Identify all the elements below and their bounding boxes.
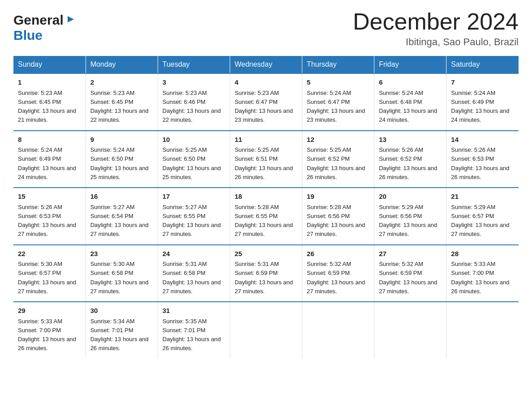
day-info: Sunrise: 5:24 AMSunset: 6:49 PMDaylight:… (451, 90, 509, 124)
day-number: 18 (235, 192, 297, 202)
day-number: 17 (163, 192, 225, 202)
day-info: Sunrise: 5:23 AMSunset: 6:45 PMDaylight:… (90, 90, 149, 124)
day-number: 29 (18, 306, 81, 316)
calendar-week-row: 15 Sunrise: 5:26 AMSunset: 6:53 PMDaylig… (13, 188, 519, 245)
calendar-cell: 29 Sunrise: 5:33 AMSunset: 7:00 PMDaylig… (13, 302, 86, 359)
calendar-cell: 5 Sunrise: 5:24 AMSunset: 6:47 PMDayligh… (302, 73, 374, 131)
col-header-tuesday: Tuesday (158, 56, 230, 73)
calendar-cell: 17 Sunrise: 5:27 AMSunset: 6:55 PMDaylig… (158, 188, 230, 245)
calendar-cell: 26 Sunrise: 5:32 AMSunset: 6:59 PMDaylig… (302, 245, 374, 302)
day-number: 5 (307, 77, 369, 88)
main-title: December 2024 (353, 9, 519, 34)
calendar-week-row: 1 Sunrise: 5:23 AMSunset: 6:45 PMDayligh… (13, 73, 519, 131)
calendar-cell: 8 Sunrise: 5:24 AMSunset: 6:49 PMDayligh… (13, 131, 86, 188)
logo-general-text: General (13, 13, 64, 28)
calendar-cell: 15 Sunrise: 5:26 AMSunset: 6:53 PMDaylig… (13, 188, 86, 245)
calendar-cell: 1 Sunrise: 5:23 AMSunset: 6:45 PMDayligh… (13, 73, 86, 131)
calendar-cell: 14 Sunrise: 5:26 AMSunset: 6:53 PMDaylig… (446, 131, 519, 188)
logo: General Blue (13, 13, 75, 43)
calendar-cell: 6 Sunrise: 5:24 AMSunset: 6:48 PMDayligh… (374, 73, 446, 131)
calendar-cell: 24 Sunrise: 5:31 AMSunset: 6:58 PMDaylig… (158, 245, 230, 302)
day-info: Sunrise: 5:26 AMSunset: 6:53 PMDaylight:… (451, 146, 509, 180)
calendar-cell: 2 Sunrise: 5:23 AMSunset: 6:45 PMDayligh… (86, 73, 158, 131)
day-info: Sunrise: 5:33 AMSunset: 7:00 PMDaylight:… (451, 261, 509, 295)
day-number: 30 (90, 306, 153, 316)
calendar-cell (374, 302, 446, 359)
day-number: 11 (235, 135, 297, 145)
day-info: Sunrise: 5:23 AMSunset: 6:45 PMDaylight:… (18, 90, 76, 124)
calendar-cell: 19 Sunrise: 5:28 AMSunset: 6:56 PMDaylig… (302, 188, 374, 245)
calendar-cell: 21 Sunrise: 5:29 AMSunset: 6:57 PMDaylig… (446, 188, 519, 245)
day-number: 20 (379, 192, 442, 202)
day-number: 8 (18, 135, 81, 145)
calendar-cell: 18 Sunrise: 5:28 AMSunset: 6:55 PMDaylig… (230, 188, 302, 245)
day-info: Sunrise: 5:30 AMSunset: 6:58 PMDaylight:… (90, 261, 149, 295)
day-number: 28 (451, 249, 514, 259)
day-number: 31 (163, 306, 225, 316)
day-info: Sunrise: 5:27 AMSunset: 6:55 PMDaylight:… (163, 204, 221, 238)
svg-marker-0 (68, 16, 74, 22)
day-number: 7 (451, 77, 514, 88)
calendar-week-row: 22 Sunrise: 5:30 AMSunset: 6:57 PMDaylig… (13, 245, 519, 302)
day-number: 27 (379, 249, 442, 259)
day-number: 25 (235, 249, 297, 259)
calendar-cell (230, 302, 302, 359)
calendar-header-row: SundayMondayTuesdayWednesdayThursdayFrid… (13, 56, 519, 73)
calendar-cell: 25 Sunrise: 5:31 AMSunset: 6:59 PMDaylig… (230, 245, 302, 302)
logo-blue-text: Blue (13, 28, 43, 43)
day-info: Sunrise: 5:25 AMSunset: 6:51 PMDaylight:… (235, 146, 293, 180)
day-number: 19 (307, 192, 369, 202)
calendar-cell: 22 Sunrise: 5:30 AMSunset: 6:57 PMDaylig… (13, 245, 86, 302)
calendar-cell: 9 Sunrise: 5:24 AMSunset: 6:50 PMDayligh… (86, 131, 158, 188)
calendar-cell: 7 Sunrise: 5:24 AMSunset: 6:49 PMDayligh… (446, 73, 519, 131)
day-number: 22 (18, 249, 81, 259)
day-info: Sunrise: 5:34 AMSunset: 7:01 PMDaylight:… (90, 318, 149, 352)
col-header-friday: Friday (374, 56, 446, 73)
calendar-table: SundayMondayTuesdayWednesdayThursdayFrid… (13, 56, 519, 359)
day-number: 15 (18, 192, 81, 202)
day-number: 1 (18, 77, 81, 88)
calendar-cell: 3 Sunrise: 5:23 AMSunset: 6:46 PMDayligh… (158, 73, 230, 131)
calendar-cell: 30 Sunrise: 5:34 AMSunset: 7:01 PMDaylig… (86, 302, 158, 359)
calendar-cell: 10 Sunrise: 5:25 AMSunset: 6:50 PMDaylig… (158, 131, 230, 188)
day-number: 26 (307, 249, 369, 259)
day-info: Sunrise: 5:25 AMSunset: 6:52 PMDaylight:… (307, 146, 365, 180)
day-info: Sunrise: 5:32 AMSunset: 6:59 PMDaylight:… (379, 261, 437, 295)
day-number: 9 (90, 135, 153, 145)
day-info: Sunrise: 5:28 AMSunset: 6:56 PMDaylight:… (307, 204, 365, 238)
col-header-sunday: Sunday (13, 56, 86, 73)
day-number: 13 (379, 135, 442, 145)
day-number: 3 (163, 77, 225, 88)
day-number: 4 (235, 77, 297, 88)
calendar-cell: 31 Sunrise: 5:35 AMSunset: 7:01 PMDaylig… (158, 302, 230, 359)
day-number: 24 (163, 249, 225, 259)
calendar-week-row: 8 Sunrise: 5:24 AMSunset: 6:49 PMDayligh… (13, 131, 519, 188)
subtitle: Ibitinga, Sao Paulo, Brazil (353, 36, 519, 48)
day-info: Sunrise: 5:32 AMSunset: 6:59 PMDaylight:… (307, 261, 365, 295)
day-info: Sunrise: 5:25 AMSunset: 6:50 PMDaylight:… (163, 146, 221, 180)
day-info: Sunrise: 5:24 AMSunset: 6:48 PMDaylight:… (379, 90, 437, 124)
day-info: Sunrise: 5:24 AMSunset: 6:50 PMDaylight:… (90, 146, 149, 180)
day-number: 2 (90, 77, 153, 88)
calendar-cell: 11 Sunrise: 5:25 AMSunset: 6:51 PMDaylig… (230, 131, 302, 188)
day-info: Sunrise: 5:28 AMSunset: 6:55 PMDaylight:… (235, 204, 293, 238)
calendar-cell: 4 Sunrise: 5:23 AMSunset: 6:47 PMDayligh… (230, 73, 302, 131)
day-info: Sunrise: 5:35 AMSunset: 7:01 PMDaylight:… (163, 318, 221, 352)
calendar-week-row: 29 Sunrise: 5:33 AMSunset: 7:00 PMDaylig… (13, 302, 519, 359)
title-block: December 2024 Ibitinga, Sao Paulo, Brazi… (353, 9, 519, 48)
day-info: Sunrise: 5:26 AMSunset: 6:53 PMDaylight:… (18, 204, 76, 238)
day-info: Sunrise: 5:31 AMSunset: 6:58 PMDaylight:… (163, 261, 221, 295)
calendar-cell (446, 302, 519, 359)
day-number: 6 (379, 77, 442, 88)
day-info: Sunrise: 5:29 AMSunset: 6:57 PMDaylight:… (451, 204, 509, 238)
day-info: Sunrise: 5:23 AMSunset: 6:47 PMDaylight:… (235, 90, 293, 124)
day-number: 10 (163, 135, 225, 145)
calendar-cell: 28 Sunrise: 5:33 AMSunset: 7:00 PMDaylig… (446, 245, 519, 302)
calendar-cell: 13 Sunrise: 5:26 AMSunset: 6:52 PMDaylig… (374, 131, 446, 188)
col-header-wednesday: Wednesday (230, 56, 302, 73)
day-info: Sunrise: 5:23 AMSunset: 6:46 PMDaylight:… (163, 90, 221, 124)
day-info: Sunrise: 5:29 AMSunset: 6:56 PMDaylight:… (379, 204, 437, 238)
calendar-cell: 20 Sunrise: 5:29 AMSunset: 6:56 PMDaylig… (374, 188, 446, 245)
day-number: 16 (90, 192, 153, 202)
day-info: Sunrise: 5:27 AMSunset: 6:54 PMDaylight:… (90, 204, 149, 238)
